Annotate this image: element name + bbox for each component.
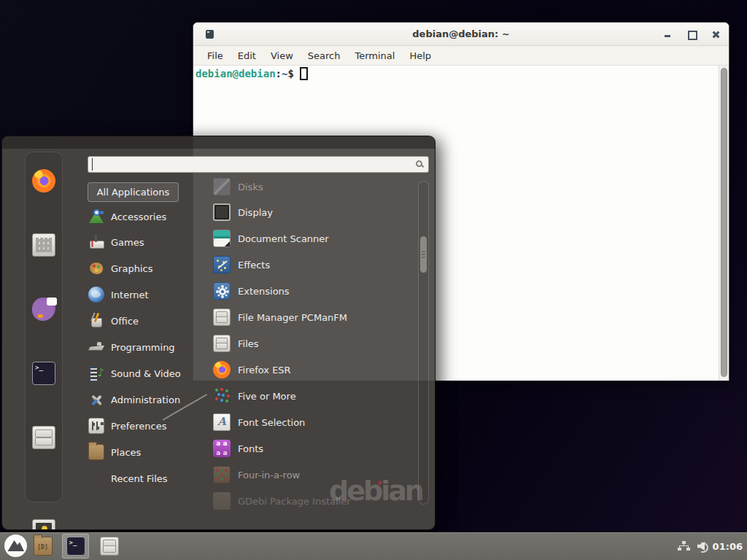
- category-administration[interactable]: Administration: [88, 390, 198, 409]
- internet-icon: [88, 287, 104, 303]
- administration-icon: [88, 392, 104, 408]
- menu-top-strip: [2, 136, 435, 149]
- preferences-icon: [88, 418, 104, 434]
- gdebi-icon: [213, 492, 231, 510]
- menu-view[interactable]: View: [263, 46, 301, 65]
- application-menu: debian All Applications Accessories Game…: [1, 136, 436, 530]
- close-icon[interactable]: [711, 30, 720, 39]
- minimize-icon[interactable]: [663, 30, 672, 39]
- category-graphics[interactable]: Graphics: [88, 259, 198, 278]
- taskbar: 01:06: [0, 532, 747, 560]
- taskbar-file-manager-button[interactable]: [29, 534, 56, 559]
- disks-icon: [213, 178, 231, 195]
- search-box: [88, 156, 429, 173]
- network-icon[interactable]: [678, 541, 690, 552]
- app-gdebi-package-installer[interactable]: GDebi Package Installer: [213, 491, 417, 510]
- category-recent-files[interactable]: Recent Files: [88, 469, 198, 488]
- favorite-terminal-icon[interactable]: [32, 362, 55, 385]
- app-five-or-more[interactable]: Five or More: [213, 386, 417, 405]
- category-sound-video[interactable]: Sound & Video: [88, 364, 198, 383]
- effects-icon: [213, 256, 231, 273]
- programming-icon: [88, 339, 104, 355]
- terminal-scrollbar-thumb[interactable]: [721, 68, 727, 377]
- sound-video-icon: [88, 365, 104, 381]
- app-file-manager-pcmanfm[interactable]: File Manager PCManFM: [213, 308, 417, 327]
- app-files[interactable]: Files: [213, 334, 417, 353]
- favorite-file-manager-icon[interactable]: [32, 426, 55, 449]
- prompt-colon: :: [276, 68, 282, 79]
- app-firefox-esr[interactable]: Firefox ESR: [213, 360, 417, 379]
- menu-scrollbar[interactable]: [418, 181, 429, 505]
- app-font-selection[interactable]: Font Selection: [213, 413, 417, 432]
- terminal-titlebar[interactable]: debian@debian: ~: [193, 23, 729, 46]
- prompt-line: debian@debian:~$: [196, 67, 308, 80]
- games-icon: [88, 234, 104, 250]
- maximize-icon[interactable]: [687, 30, 696, 39]
- app-effects[interactable]: Effects: [213, 255, 417, 274]
- category-accessories[interactable]: Accessories: [88, 207, 198, 226]
- favorite-firefox-icon[interactable]: [32, 169, 55, 192]
- prompt-user-host: debian@debian: [196, 68, 276, 79]
- favorite-pidgin-icon[interactable]: [32, 298, 55, 321]
- clock[interactable]: 01:06: [713, 532, 743, 560]
- app-four-in-a-row[interactable]: Four-in-a-row: [213, 465, 417, 484]
- accessories-icon: [88, 209, 104, 225]
- file-cabinet-icon: [100, 537, 119, 556]
- favorites-panel: [25, 152, 63, 502]
- menu-edit[interactable]: Edit: [231, 46, 263, 65]
- terminal-app-icon: [206, 30, 214, 39]
- category-office[interactable]: Office: [88, 311, 198, 330]
- favorite-keyboard-icon[interactable]: [32, 233, 55, 257]
- app-disks[interactable]: Disks: [213, 177, 417, 196]
- menu-terminal[interactable]: Terminal: [347, 46, 402, 65]
- app-extensions[interactable]: Extensions: [213, 281, 417, 300]
- taskbar-files-button[interactable]: [96, 534, 123, 559]
- app-fonts[interactable]: Fonts: [213, 439, 417, 458]
- font-selection-icon: [213, 413, 231, 431]
- terminal-scrollbar[interactable]: [719, 66, 729, 381]
- firefox-icon: [213, 361, 231, 378]
- places-icon: [88, 444, 104, 460]
- app-document-scanner[interactable]: Document Scanner: [213, 229, 417, 248]
- document-scanner-icon: [213, 230, 231, 247]
- menu-button[interactable]: [4, 534, 27, 557]
- category-programming[interactable]: Programming: [88, 338, 198, 357]
- four-in-a-row-icon: [213, 466, 231, 483]
- category-preferences[interactable]: Preferences: [88, 416, 198, 435]
- menu-help[interactable]: Help: [402, 46, 438, 65]
- file-cabinet-icon: [213, 335, 231, 352]
- terminal-title: debian@debian: ~: [412, 28, 509, 39]
- terminal-cursor: [300, 67, 308, 80]
- menu-search[interactable]: Search: [301, 46, 348, 65]
- terminal-icon: [66, 537, 85, 556]
- prompt-dollar: $: [287, 68, 293, 79]
- desktop: { "terminal": { "title": "debian@debian:…: [0, 0, 747, 560]
- all-applications-label: All Applications: [97, 187, 170, 198]
- category-games[interactable]: Games: [88, 233, 198, 252]
- app-display[interactable]: Display: [213, 203, 417, 222]
- volume-icon[interactable]: [697, 540, 709, 552]
- extensions-icon: [213, 282, 231, 300]
- search-icon: [416, 160, 422, 167]
- all-applications-button[interactable]: All Applications: [88, 182, 179, 202]
- search-input[interactable]: [92, 158, 406, 171]
- category-places[interactable]: Places: [88, 443, 198, 462]
- window-controls: [663, 23, 720, 46]
- menu-file[interactable]: File: [200, 46, 231, 65]
- category-internet[interactable]: Internet: [88, 285, 198, 304]
- fonts-icon: [213, 440, 231, 457]
- taskbar-terminal-button[interactable]: [62, 534, 89, 559]
- folder-icon: [34, 537, 53, 556]
- recent-files-spacer: [88, 470, 104, 486]
- graphics-icon: [88, 260, 104, 276]
- prompt-path: ~: [282, 68, 287, 79]
- office-icon: [88, 313, 104, 329]
- file-cabinet-icon: [213, 308, 231, 326]
- lock-screen-icon[interactable]: [32, 519, 55, 530]
- display-icon: [213, 203, 231, 221]
- five-or-more-icon: [213, 387, 231, 405]
- terminal-menubar: File Edit View Search Terminal Help: [193, 46, 729, 66]
- menu-scrollbar-thumb[interactable]: [420, 236, 427, 273]
